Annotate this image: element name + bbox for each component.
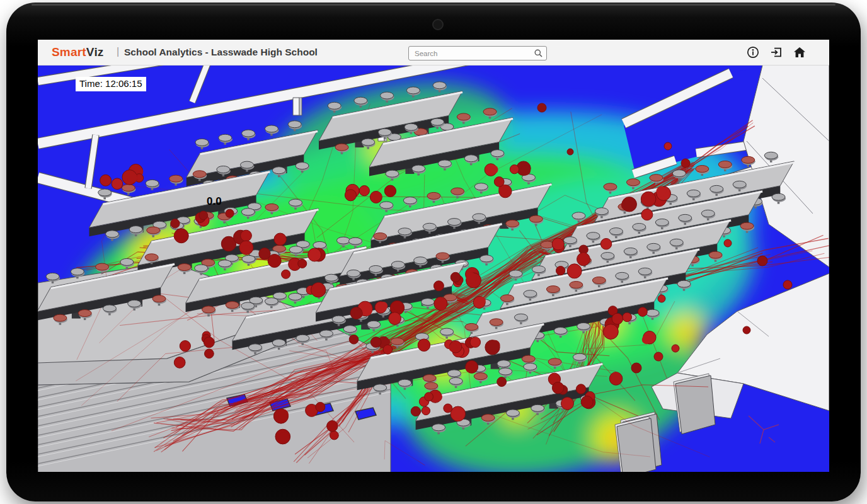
- exit-icon[interactable]: [769, 45, 783, 59]
- header-icons: [746, 45, 807, 59]
- logo-part1: Smart: [52, 45, 86, 59]
- time-label: Time: 12:06:15: [76, 77, 146, 91]
- table-value-label: 0.0: [207, 195, 222, 208]
- info-icon[interactable]: [746, 45, 760, 59]
- simulation-canvas: [38, 66, 829, 472]
- home-icon[interactable]: [793, 45, 807, 59]
- search-icon[interactable]: [534, 49, 543, 58]
- search-input[interactable]: [413, 47, 529, 59]
- viewport-3d[interactable]: Time: 12:06:15 0.0: [38, 66, 829, 472]
- search-box[interactable]: [408, 46, 547, 60]
- logo-part2: Viz: [86, 45, 104, 59]
- page-title: School Analytics - Lasswade High School: [124, 47, 318, 58]
- app-window: SmartViz | School Analytics - Lasswade H…: [38, 40, 829, 472]
- header-separator: |: [117, 46, 119, 57]
- camera-dot: [432, 19, 444, 30]
- app-header: SmartViz | School Analytics - Lasswade H…: [38, 40, 829, 66]
- app-logo: SmartViz: [52, 45, 104, 59]
- page-background: SmartViz | School Analytics - Lasswade H…: [0, 0, 867, 504]
